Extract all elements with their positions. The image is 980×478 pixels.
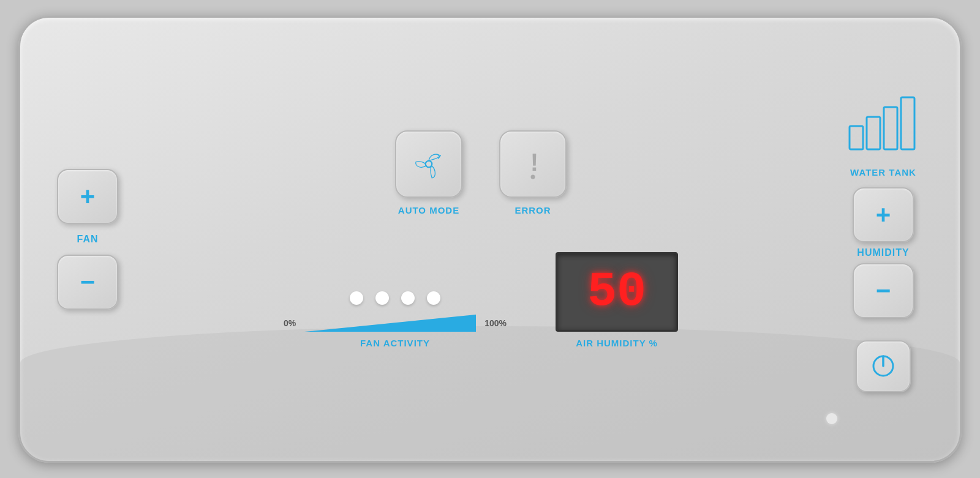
top-indicators: AUTO MODE ! ERROR [395,130,567,215]
power-icon [869,352,897,380]
humidity-section-label: HUMIDITY [857,247,909,258]
water-tank-icon [843,86,923,160]
fan-dot-3 [401,291,415,305]
fan-dot-1 [350,291,363,305]
fan-plus-button[interactable]: + [57,169,118,224]
fan-activity-bar [304,315,476,332]
svg-rect-5 [884,107,897,149]
svg-text:!: ! [530,148,538,176]
fan-dots [350,291,440,305]
humidity-plus-button[interactable]: + [853,187,914,242]
power-button[interactable] [856,340,911,392]
fan-bar-max: 100% [484,318,507,328]
svg-point-2 [531,174,535,179]
water-tank-bars-icon [843,92,923,154]
fan-label: FAN [77,234,99,245]
auto-mode-indicator: AUTO MODE [395,130,462,215]
fan-minus-button[interactable]: − [57,255,118,310]
water-tank-section: WATER TANK [843,86,923,177]
fan-activity-section: 0% 100% FAN ACTIVITY [284,291,507,348]
fan-section: + FAN − [57,169,118,310]
led-indicator [826,413,837,424]
auto-mode-label: AUTO MODE [398,205,459,215]
right-section: WATER TANK + HUMIDITY − [843,86,923,392]
humidity-value: 50 [587,267,646,316]
fan-bar-min: 0% [284,318,296,328]
svg-rect-6 [901,97,914,149]
center-main: 0% 100% FAN ACTIVITY 50 AIR HUMIDITY % [143,240,819,348]
humidity-controls: + HUMIDITY − [853,187,914,318]
fan-dot-2 [375,291,389,305]
humidity-display-section: 50 AIR HUMIDITY % [556,252,678,348]
water-tank-label: WATER TANK [850,167,916,177]
error-indicator: ! ERROR [499,130,567,215]
svg-rect-4 [867,117,880,149]
svg-rect-3 [850,126,863,149]
control-panel: + FAN − [18,16,962,463]
auto-mode-icon [395,130,462,198]
humidity-display: 50 [556,252,678,332]
fan-bar-container: 0% 100% [284,315,507,332]
error-icon: ! [499,130,567,198]
fan-activity-label: FAN ACTIVITY [360,338,430,348]
exclamation-icon: ! [511,143,554,185]
air-humidity-label: AIR HUMIDITY % [576,338,658,348]
fan-icon [407,143,450,185]
error-label: ERROR [514,205,551,215]
center-section: AUTO MODE ! ERROR [143,130,819,348]
fan-dot-4 [427,291,440,305]
humidity-minus-button[interactable]: − [853,263,914,318]
